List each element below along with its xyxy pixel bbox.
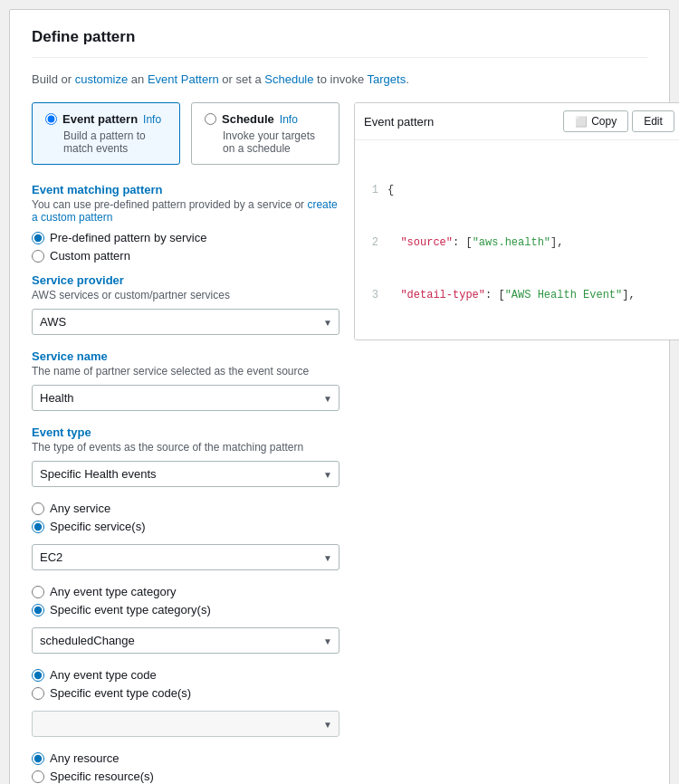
any-service-label: Any service <box>50 502 110 515</box>
specific-code-row[interactable]: Specific event type code(s) <box>32 686 340 700</box>
service-name-section: Service name The name of partner service… <box>32 349 340 411</box>
custom-radio-row[interactable]: Custom pattern <box>32 249 340 263</box>
matching-pattern-group: Pre-defined pattern by service Custom pa… <box>32 231 340 263</box>
any-resource-row[interactable]: Any resource <box>32 751 340 765</box>
service-provider-select-wrapper: AWS Custom ▼ <box>32 309 340 335</box>
code-line-1: 1 { <box>364 182 674 199</box>
predefined-radio-row[interactable]: Pre-defined pattern by service <box>32 231 340 244</box>
event-type-select[interactable]: Specific Health events All Events <box>32 461 340 487</box>
edit-label: Edit <box>644 115 663 128</box>
service-provider-desc: AWS services or custom/partner services <box>32 289 340 301</box>
schedule-info[interactable]: Info <box>280 113 298 126</box>
event-pattern-card[interactable]: Event pattern Info Build a pattern to ma… <box>32 102 180 165</box>
schedule-card[interactable]: Schedule Info Invoke your targets on a s… <box>191 102 340 165</box>
any-service-row[interactable]: Any service <box>32 502 340 515</box>
specific-category-label: Specific event type category(s) <box>50 603 211 617</box>
event-matching-label: Event matching pattern <box>32 183 340 196</box>
copy-button[interactable]: ⬜ Copy <box>563 110 628 132</box>
intro-text: Build or customize an Event Pattern or s… <box>32 72 647 86</box>
code-scope-group: Any event type code Specific event type … <box>32 668 340 700</box>
code-line-2: 2 "source": ["aws.health"], <box>364 234 674 252</box>
specific-service-select-wrapper: EC2 S3 Lambda ▼ <box>32 544 340 570</box>
specific-service-row[interactable]: Specific service(s) <box>32 520 340 533</box>
service-provider-section: Service provider AWS services or custom/… <box>32 273 340 335</box>
specific-code-radio[interactable] <box>32 687 44 700</box>
specific-category-radio[interactable] <box>32 604 44 617</box>
code-line-4: 4 "detail": { <box>364 339 674 339</box>
any-category-label: Any event type category <box>50 585 176 598</box>
create-custom-link[interactable]: create a custom pattern <box>32 198 338 224</box>
any-service-radio[interactable] <box>32 502 44 515</box>
event-pattern-radio[interactable] <box>45 113 57 125</box>
specific-resource-radio[interactable] <box>32 770 44 783</box>
specific-service-radio[interactable] <box>32 521 44 533</box>
service-name-select-wrapper: Health EC2 S3 Lambda ▼ <box>32 385 340 411</box>
custom-radio[interactable] <box>32 250 44 263</box>
copy-icon: ⬜ <box>575 116 588 128</box>
event-matching-section: Event matching pattern You can use pre-d… <box>32 183 340 263</box>
schedule-label: Schedule <box>222 112 274 126</box>
customize-link[interactable]: customize <box>75 72 129 86</box>
option-cards: Event pattern Info Build a pattern to ma… <box>32 102 340 165</box>
any-resource-radio[interactable] <box>32 752 44 765</box>
event-pattern-label: Event pattern <box>62 112 138 126</box>
copy-label: Copy <box>591 115 617 128</box>
code-select[interactable] <box>32 711 340 737</box>
edit-button[interactable]: Edit <box>632 110 674 132</box>
event-pattern-info[interactable]: Info <box>143 113 161 126</box>
event-pattern-header: Event pattern ⬜ Copy Edit <box>355 103 679 140</box>
any-code-row[interactable]: Any event type code <box>32 668 340 682</box>
code-select-wrapper: ▼ <box>32 711 340 737</box>
event-type-section: Event type The type of events as the sou… <box>32 425 340 487</box>
any-code-label: Any event type code <box>50 668 157 682</box>
any-resource-label: Any resource <box>50 751 120 765</box>
predefined-label: Pre-defined pattern by service <box>50 231 206 244</box>
service-name-label: Service name <box>32 349 340 363</box>
schedule-subtitle: Invoke your targets on a schedule <box>223 129 326 155</box>
category-select-wrapper: scheduledChange issue accountNotificatio… <box>32 627 340 654</box>
specific-category-row[interactable]: Specific event type category(s) <box>32 603 340 617</box>
service-scope-group: Any service Specific service(s) <box>32 502 340 533</box>
event-pattern-box: Event pattern ⬜ Copy Edit <box>354 102 679 340</box>
event-matching-desc: You can use pre-defined pattern provided… <box>32 198 340 224</box>
any-category-row[interactable]: Any event type category <box>32 585 340 598</box>
custom-label: Custom pattern <box>50 249 130 263</box>
specific-resource-row[interactable]: Specific resource(s) <box>32 770 340 783</box>
category-scope-group: Any event type category Specific event t… <box>32 585 340 617</box>
specific-service-select[interactable]: EC2 S3 Lambda <box>32 544 340 570</box>
event-type-desc: The type of events as the source of the … <box>32 441 340 454</box>
schedule-link[interactable]: Schedule <box>264 72 313 86</box>
event-pattern-link[interactable]: Event Pattern <box>148 72 219 86</box>
event-pattern-box-title: Event pattern <box>364 115 434 129</box>
page-title: Define pattern <box>32 28 647 58</box>
schedule-radio[interactable] <box>205 113 216 125</box>
predefined-radio[interactable] <box>32 232 44 244</box>
event-type-select-wrapper: Specific Health events All Events ▼ <box>32 461 340 487</box>
specific-service-label: Specific service(s) <box>50 520 145 533</box>
code-line-3: 3 "detail-type": ["AWS Health Event"], <box>364 287 674 304</box>
service-provider-label: Service provider <box>32 273 340 287</box>
category-select[interactable]: scheduledChange issue accountNotificatio… <box>32 627 340 654</box>
specific-resource-label: Specific resource(s) <box>50 770 154 783</box>
event-type-label: Event type <box>32 425 340 439</box>
any-category-radio[interactable] <box>32 586 44 598</box>
event-pattern-panel: Event pattern ⬜ Copy Edit <box>354 102 679 784</box>
code-scroll-area: 1 { 2 "source": ["aws.health"], 3 "detai… <box>355 140 679 339</box>
code-area: 1 { 2 "source": ["aws.health"], 3 "detai… <box>355 140 679 339</box>
service-provider-select[interactable]: AWS Custom <box>32 309 340 335</box>
event-pattern-subtitle: Build a pattern to match events <box>63 129 167 155</box>
specific-code-label: Specific event type code(s) <box>50 686 191 700</box>
service-name-select[interactable]: Health EC2 S3 Lambda <box>32 385 340 411</box>
targets-link[interactable]: Targets <box>368 72 406 86</box>
resource-scope-group: Any resource Specific resource(s) <box>32 751 340 783</box>
service-name-desc: The name of partner service selected as … <box>32 365 340 378</box>
event-pattern-buttons: ⬜ Copy Edit <box>563 110 674 132</box>
any-code-radio[interactable] <box>32 669 44 682</box>
